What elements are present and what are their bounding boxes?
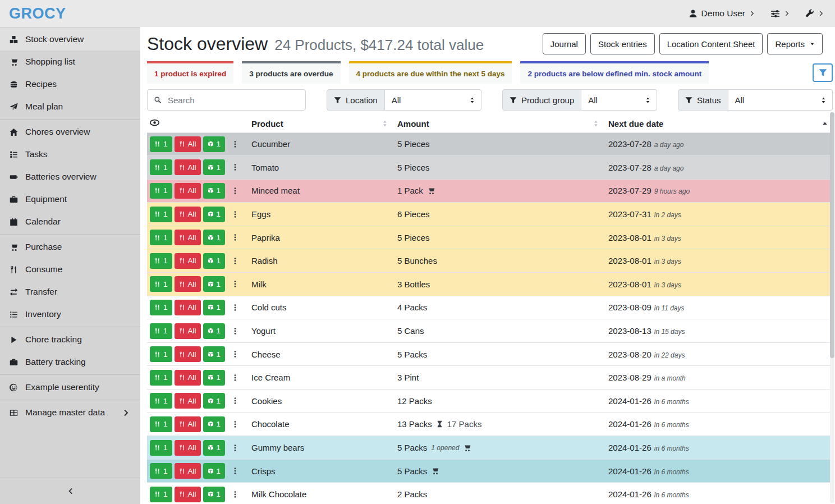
open-one-button[interactable]: 1 — [203, 346, 226, 362]
row-menu-button[interactable] — [229, 463, 241, 479]
location-filter-select[interactable]: All — [385, 89, 481, 111]
open-one-button[interactable]: 1 — [203, 276, 226, 292]
consume-all-button[interactable]: All — [175, 440, 201, 456]
sidebar-item-inventory[interactable]: Inventory — [0, 303, 140, 326]
row-menu-button[interactable] — [229, 300, 241, 315]
row-menu-button[interactable] — [229, 393, 241, 409]
sidebar-item-recipes[interactable]: Recipes — [0, 73, 140, 95]
sidebar-item-meal-plan[interactable]: Meal plan — [0, 95, 140, 118]
consume-one-button[interactable]: 1 — [150, 207, 172, 222]
sort-ascending-icon[interactable] — [822, 120, 828, 127]
consume-one-button[interactable]: 1 — [150, 440, 172, 456]
scrollbar[interactable] — [830, 112, 834, 503]
journal-button[interactable]: Journal — [543, 33, 586, 54]
sidebar-item-batteries-overview[interactable]: Batteries overview — [0, 166, 140, 188]
scrollbar-thumb[interactable] — [830, 112, 834, 358]
sort-icon[interactable] — [382, 120, 388, 127]
consume-all-button[interactable]: All — [175, 183, 201, 199]
row-menu-button[interactable] — [229, 183, 241, 199]
sidebar-item-stock-overview[interactable]: Stock overview — [0, 28, 140, 51]
consume-all-button[interactable]: All — [175, 300, 201, 315]
sidebar-item-shopping-list[interactable]: Shopping list — [0, 51, 140, 73]
row-menu-button[interactable] — [229, 230, 241, 245]
open-one-button[interactable]: 1 — [203, 393, 226, 409]
app-logo[interactable]: GROCY — [9, 5, 66, 22]
status-filter-select[interactable]: All — [728, 89, 833, 111]
open-one-button[interactable]: 1 — [203, 463, 226, 479]
consume-one-button[interactable]: 1 — [150, 393, 172, 409]
open-one-button[interactable]: 1 — [203, 159, 226, 175]
open-one-button[interactable]: 1 — [203, 300, 226, 315]
row-menu-button[interactable] — [229, 323, 241, 339]
column-header-next-due-date[interactable]: Next due date — [604, 115, 833, 132]
consume-all-button[interactable]: All — [175, 370, 201, 386]
search-input[interactable] — [168, 90, 305, 110]
consume-all-button[interactable]: All — [175, 393, 201, 409]
consume-all-button[interactable]: All — [175, 159, 201, 175]
consume-all-button[interactable]: All — [175, 230, 201, 245]
open-one-button[interactable]: 1 — [203, 323, 226, 339]
sidebar-item-example-userentity[interactable]: Example userentity — [0, 376, 140, 398]
sidebar-item-purchase[interactable]: Purchase — [0, 236, 140, 258]
row-menu-button[interactable] — [229, 440, 241, 456]
clear-filters-button[interactable] — [813, 63, 833, 82]
sidebar-collapse-button[interactable] — [0, 478, 140, 504]
consume-all-button[interactable]: All — [175, 346, 201, 362]
row-menu-button[interactable] — [229, 136, 241, 152]
row-menu-button[interactable] — [229, 416, 241, 432]
eye-icon[interactable] — [150, 118, 159, 127]
open-one-button[interactable]: 1 — [203, 136, 226, 152]
open-one-button[interactable]: 1 — [203, 440, 226, 456]
row-menu-button[interactable] — [229, 370, 241, 386]
open-one-button[interactable]: 1 — [203, 230, 226, 245]
column-header-product[interactable]: Product — [247, 115, 393, 132]
admin-menu[interactable] — [805, 9, 825, 18]
consume-one-button[interactable]: 1 — [150, 159, 172, 175]
consume-all-button[interactable]: All — [175, 487, 201, 502]
sidebar-item-transfer[interactable]: Transfer — [0, 281, 140, 303]
row-menu-button[interactable] — [229, 253, 241, 269]
consume-all-button[interactable]: All — [175, 207, 201, 222]
consume-all-button[interactable]: All — [175, 253, 201, 269]
sidebar-item-chore-tracking[interactable]: Chore tracking — [0, 328, 140, 351]
sidebar-item-consume[interactable]: Consume — [0, 258, 140, 281]
status-card-due-soon[interactable]: 4 products are due within the next 5 day… — [349, 61, 512, 84]
product-group-filter-select[interactable]: All — [581, 89, 657, 111]
row-menu-button[interactable] — [229, 346, 241, 362]
column-header-amount[interactable]: Amount — [393, 115, 604, 132]
consume-one-button[interactable]: 1 — [150, 183, 172, 199]
row-menu-button[interactable] — [229, 159, 241, 175]
consume-one-button[interactable]: 1 — [150, 300, 172, 315]
sidebar-item-equipment[interactable]: Equipment — [0, 188, 140, 210]
sidebar-item-manage-master-data[interactable]: Manage master data — [0, 401, 140, 424]
consume-all-button[interactable]: All — [175, 276, 201, 292]
settings-menu[interactable] — [770, 9, 791, 19]
open-one-button[interactable]: 1 — [203, 416, 226, 432]
consume-one-button[interactable]: 1 — [150, 230, 172, 245]
reports-button[interactable]: Reports — [767, 33, 823, 54]
consume-one-button[interactable]: 1 — [150, 487, 172, 502]
status-card-overdue[interactable]: 3 products are overdue — [242, 61, 340, 84]
sidebar-item-tasks[interactable]: Tasks — [0, 143, 140, 166]
open-one-button[interactable]: 1 — [203, 370, 226, 386]
consume-one-button[interactable]: 1 — [150, 136, 172, 152]
consume-all-button[interactable]: All — [175, 323, 201, 339]
consume-one-button[interactable]: 1 — [150, 253, 172, 269]
consume-all-button[interactable]: All — [175, 136, 201, 152]
open-one-button[interactable]: 1 — [203, 487, 226, 502]
open-one-button[interactable]: 1 — [203, 253, 226, 269]
consume-one-button[interactable]: 1 — [150, 323, 172, 339]
row-menu-button[interactable] — [229, 487, 241, 502]
consume-one-button[interactable]: 1 — [150, 370, 172, 386]
consume-all-button[interactable]: All — [175, 463, 201, 479]
sidebar-item-calendar[interactable]: Calendar — [0, 210, 140, 233]
consume-one-button[interactable]: 1 — [150, 463, 172, 479]
status-card-below-min[interactable]: 2 products are below defined min. stock … — [520, 61, 709, 84]
row-menu-button[interactable] — [229, 207, 241, 222]
open-one-button[interactable]: 1 — [203, 207, 226, 222]
consume-one-button[interactable]: 1 — [150, 346, 172, 362]
sidebar-item-chores-overview[interactable]: Chores overview — [0, 121, 140, 143]
stock-entries-button[interactable]: Stock entries — [590, 33, 655, 54]
consume-all-button[interactable]: All — [175, 416, 201, 432]
row-menu-button[interactable] — [229, 276, 241, 292]
